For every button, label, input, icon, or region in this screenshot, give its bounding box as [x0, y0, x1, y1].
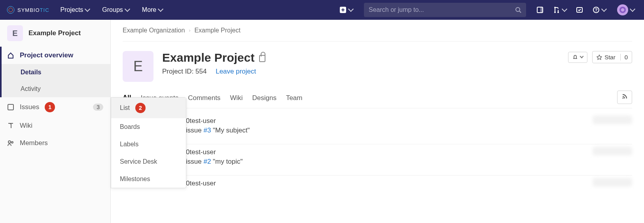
merge-requests-icon[interactable]: [550, 4, 570, 16]
breadcrumb-project[interactable]: Example Project: [194, 27, 241, 34]
flyout-item-list[interactable]: List 2: [111, 98, 186, 118]
flyout-milestones-label: Milestones: [120, 176, 150, 183]
activity-action: issue: [186, 127, 202, 134]
svg-point-6: [554, 11, 556, 13]
annotation-marker-2: 2: [135, 103, 146, 113]
notification-button[interactable]: [568, 52, 587, 63]
svg-rect-12: [8, 104, 13, 110]
book-icon: [7, 122, 14, 129]
search-input[interactable]: [369, 6, 515, 13]
sidebar-item-members[interactable]: Members: [0, 134, 110, 152]
home-icon: [7, 52, 14, 59]
create-new-dropdown[interactable]: [335, 4, 357, 16]
activity-list: 0test-user issue #3 "My subject" 0test-u…: [123, 108, 632, 187]
annotation-marker-1: 1: [45, 102, 55, 112]
flyout-item-service-desk[interactable]: Service Desk: [111, 153, 186, 170]
svg-rect-5: [540, 7, 543, 13]
chevron-down-icon: [85, 6, 90, 12]
flyout-item-milestones[interactable]: Milestones: [111, 170, 186, 188]
activity-item: 0test-user issue #2 "my topic": [123, 144, 632, 176]
tab-designs[interactable]: Designs: [252, 89, 276, 108]
nav-projects-label: Projects: [61, 6, 83, 13]
flyout-boards-label: Boards: [120, 123, 140, 130]
svg-point-7: [557, 11, 559, 13]
flyout-labels-label: Labels: [120, 141, 138, 148]
sidebar-overview-label: Project overview: [20, 51, 73, 59]
svg-point-0: [7, 6, 14, 13]
tab-team[interactable]: Team: [286, 89, 303, 108]
chevron-down-icon: [348, 6, 354, 12]
brand-text: SYMBIOTIC: [17, 7, 49, 13]
activity-title: "my topic": [213, 158, 242, 165]
sidebar-overview-submenu: Details Activity: [0, 64, 110, 97]
tab-comments[interactable]: Comments: [188, 89, 220, 108]
activity-action: issue: [186, 158, 202, 165]
star-icon: [597, 55, 602, 60]
project-title-text: Example Project: [162, 51, 254, 64]
user-menu[interactable]: [612, 2, 638, 18]
svg-point-1: [9, 8, 13, 12]
project-header: E Example Project Project ID: 554 Leave …: [123, 42, 632, 89]
project-avatar: E: [123, 51, 153, 82]
chevron-down-icon: [562, 6, 567, 12]
nav-groups[interactable]: Groups: [97, 3, 134, 17]
activity-user[interactable]: 0test-user: [186, 117, 216, 125]
sidebar-details-label: Details: [21, 69, 41, 76]
flyout-item-labels[interactable]: Labels: [111, 136, 186, 153]
chevron-down-icon: [125, 6, 130, 12]
nav-more-label: More: [142, 6, 156, 13]
star-label: Star: [604, 54, 616, 60]
topbar: SYMBIOTIC Projects Groups More ?: [0, 0, 644, 20]
issues-count-badge: 3: [93, 104, 103, 111]
breadcrumb: Example Organization › Example Project: [123, 27, 632, 42]
project-name-label: Example Project: [28, 29, 81, 37]
todos-icon[interactable]: [573, 4, 586, 16]
leave-project-link[interactable]: Leave project: [216, 68, 256, 75]
search-box[interactable]: [364, 3, 526, 17]
star-button[interactable]: Star 0: [592, 51, 632, 63]
activity-user[interactable]: 0test-user: [186, 180, 216, 187]
issues-icon: [7, 104, 14, 111]
page-title: Example Project: [162, 51, 265, 64]
svg-text:?: ?: [595, 8, 598, 12]
sidebar-item-overview[interactable]: Project overview: [0, 47, 110, 64]
chevron-down-icon: [158, 6, 163, 12]
lock-icon: [259, 55, 265, 62]
sidebar-issues-label: Issues: [20, 103, 39, 111]
sidebar-item-issues[interactable]: Issues 1 3 List 2 Boards Labels Service …: [0, 97, 110, 117]
flyout-list-label: List: [120, 104, 130, 112]
help-icon[interactable]: ?: [589, 4, 609, 16]
svg-point-13: [8, 141, 11, 143]
nav-projects[interactable]: Projects: [56, 3, 95, 17]
sidebar-members-label: Members: [20, 139, 48, 147]
avatar: [617, 4, 628, 15]
timestamp-blur: [593, 178, 632, 187]
chevron-right-icon: ›: [189, 28, 190, 33]
activity-item: 0test-user issue #3 "My subject": [123, 113, 632, 144]
tab-wiki[interactable]: Wiki: [230, 89, 242, 108]
flyout-item-boards[interactable]: Boards: [111, 118, 186, 136]
svg-point-8: [554, 7, 556, 8]
rss-button[interactable]: [617, 91, 632, 104]
nav-more[interactable]: More: [137, 3, 167, 17]
activity-title: "My subject": [213, 127, 250, 134]
svg-point-3: [516, 8, 520, 11]
project-id: Project ID: 554: [162, 68, 206, 75]
issues-flyout: List 2 Boards Labels Service Desk Milest…: [111, 97, 186, 188]
activity-ref[interactable]: #3: [203, 127, 211, 134]
members-icon: [7, 140, 14, 147]
rss-icon: [621, 93, 628, 100]
activity-tabs: All Issue events Comments Wiki Designs T…: [123, 89, 632, 108]
issues-icon[interactable]: [533, 4, 547, 16]
main-content: Example Organization › Example Project E…: [111, 20, 644, 223]
svg-point-14: [11, 142, 13, 143]
sidebar-item-details[interactable]: Details: [2, 64, 110, 81]
breadcrumb-org[interactable]: Example Organization: [123, 27, 185, 34]
activity-ref[interactable]: #2: [203, 158, 211, 165]
sidebar-item-wiki[interactable]: Wiki: [0, 117, 110, 134]
activity-user[interactable]: 0test-user: [186, 148, 216, 156]
bell-icon: [572, 55, 578, 60]
logo[interactable]: SYMBIOTIC: [6, 6, 49, 14]
sidebar-item-activity[interactable]: Activity: [2, 81, 110, 97]
sidebar-project[interactable]: E Example Project: [0, 20, 110, 47]
